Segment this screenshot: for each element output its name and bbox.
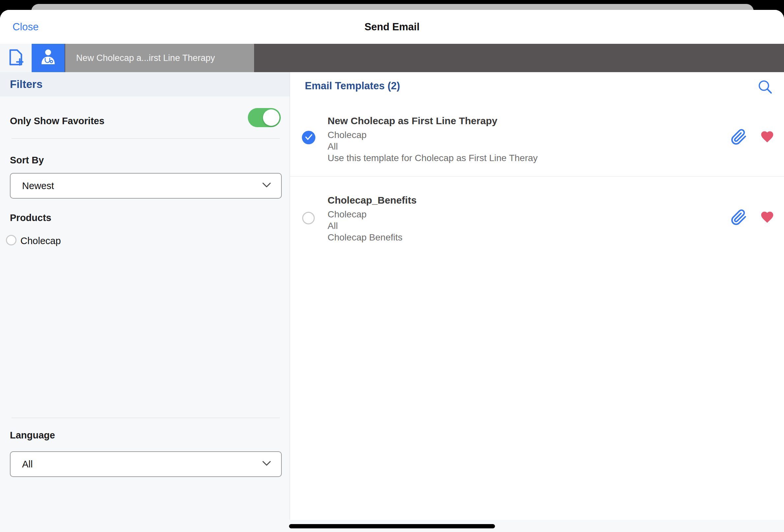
divider <box>11 418 280 418</box>
new-document-tab[interactable] <box>0 44 32 72</box>
sort-by-value: Newest <box>22 180 262 191</box>
favorite-button[interactable] <box>760 210 775 226</box>
template-row[interactable]: Cholecap_Benefits Cholecap All Cholecap … <box>290 176 784 259</box>
page-title: Send Email <box>364 21 420 33</box>
favorites-label: Only Show Favorites <box>10 116 105 126</box>
content-area: Filters Only Show Favorites Sort By Newe… <box>0 72 784 520</box>
template-title: Cholecap_Benefits <box>328 195 718 206</box>
favorite-button[interactable] <box>760 129 775 145</box>
attachment-button[interactable] <box>731 209 747 227</box>
filters-header: Filters <box>0 72 290 96</box>
hcp-profile-tab[interactable] <box>32 44 64 72</box>
active-template-tab[interactable]: New Cholecap a...irst Line Therapy <box>65 44 254 72</box>
heart-icon <box>760 220 775 225</box>
doctor-icon <box>40 49 56 67</box>
template-product: Cholecap <box>328 208 718 220</box>
divider <box>11 138 280 139</box>
checkmark-icon <box>305 134 313 142</box>
sort-by-label: Sort By <box>10 155 44 166</box>
heart-icon <box>760 139 775 145</box>
template-description: Cholecap Benefits <box>328 232 718 243</box>
paperclip-icon <box>731 221 747 227</box>
attachment-button[interactable] <box>731 129 747 147</box>
template-tabbar: New Cholecap a...irst Line Therapy <box>0 44 784 72</box>
template-selected-radio[interactable] <box>302 131 315 144</box>
add-document-icon <box>8 48 24 68</box>
product-radio-cholecap[interactable] <box>6 235 17 245</box>
home-indicator[interactable] <box>289 524 495 528</box>
template-audience: All <box>328 220 718 232</box>
template-title: New Cholecap as First Line Therapy <box>328 115 718 126</box>
filters-title: Filters <box>10 78 43 91</box>
chevron-down-icon <box>262 182 271 189</box>
paperclip-icon <box>731 141 747 146</box>
product-option-label[interactable]: Cholecap <box>21 236 61 246</box>
language-label: Language <box>10 430 55 441</box>
filters-sidebar: Filters Only Show Favorites Sort By Newe… <box>0 72 290 520</box>
template-audience: All <box>328 141 718 152</box>
language-value: All <box>22 459 262 470</box>
chevron-down-icon <box>262 461 271 468</box>
active-tab-label: New Cholecap a...irst Line Therapy <box>76 53 215 63</box>
favorites-toggle[interactable] <box>248 108 281 127</box>
send-email-modal: Close Send Email <box>0 10 784 532</box>
toggle-knob <box>263 109 279 126</box>
close-button[interactable]: Close <box>12 21 38 33</box>
templates-panel: Email Templates (2) <box>290 72 784 520</box>
template-unselected-radio[interactable] <box>302 212 315 224</box>
template-product: Cholecap <box>328 129 718 141</box>
template-row[interactable]: New Cholecap as First Line Therapy Chole… <box>290 72 784 176</box>
template-description: Use this template for Cholecap as First … <box>328 152 718 164</box>
navbar: Close Send Email <box>0 10 784 44</box>
send-email-screen: Close Send Email <box>0 0 784 532</box>
products-label: Products <box>10 212 51 223</box>
language-select[interactable]: All <box>10 451 282 477</box>
bottom-bar <box>0 520 784 532</box>
sort-by-select[interactable]: Newest <box>10 173 282 199</box>
